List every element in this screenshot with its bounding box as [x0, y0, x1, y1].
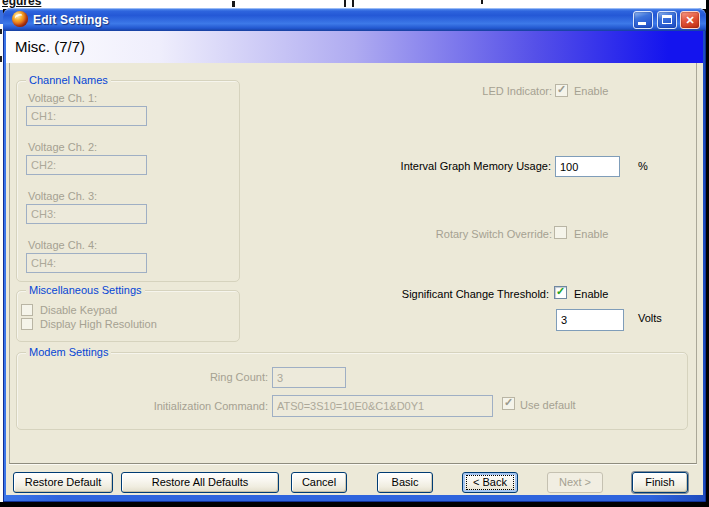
modem-settings-group: [16, 352, 688, 430]
next-button: Next >: [547, 472, 603, 493]
disable-keypad-checkbox: [21, 304, 33, 316]
modem-settings-group-title: Modem Settings: [26, 346, 111, 358]
rotary-switch-override-checkbox: [554, 226, 567, 239]
use-default-label: Use default: [520, 399, 576, 412]
titlebar[interactable]: Edit Settings ✕: [3, 8, 706, 31]
led-indicator-checkbox: ✓: [555, 84, 568, 97]
background-artifact: [352, 0, 354, 7]
basic-button[interactable]: Basic: [377, 472, 433, 493]
background-artifact: [0, 56, 2, 62]
interval-graph-memory-usage-input[interactable]: [555, 156, 620, 177]
check-icon: ✓: [556, 285, 565, 298]
initialization-command-label: Initialization Command:: [90, 400, 268, 413]
restore-all-defaults-button[interactable]: Restore All Defaults: [121, 472, 279, 493]
window-title: Edit Settings: [33, 13, 109, 27]
voltage-ch3-label: Voltage Ch. 3:: [28, 190, 97, 203]
threshold-volts-input[interactable]: [556, 309, 624, 331]
rotary-switch-override-label: Rotary Switch Override:: [402, 228, 552, 241]
initialization-command-input: [272, 395, 493, 417]
back-button[interactable]: < Back: [462, 472, 518, 493]
rotary-switch-override-enable-label: Enable: [574, 228, 608, 241]
channel-names-group-title: Channel Names: [26, 74, 111, 86]
display-high-resolution-checkbox: [21, 318, 33, 330]
check-icon: ✓: [504, 396, 513, 409]
background-artifact: [232, 1, 235, 7]
display-high-resolution-label: Display High Resolution: [40, 318, 157, 331]
percent-unit-label: %: [638, 160, 648, 173]
restore-default-button[interactable]: Restore Default: [13, 472, 113, 493]
screen: egures Edit Settings ✕ Misc. (7/7) Chann…: [0, 0, 709, 507]
interval-graph-memory-usage-label: Interval Graph Memory Usage:: [330, 160, 551, 173]
voltage-ch3-input: [26, 204, 147, 224]
close-icon: ✕: [681, 12, 699, 28]
led-indicator-enable-label: Enable: [574, 85, 608, 98]
background-artifact: [344, 0, 346, 7]
misc-settings-group-title: Miscellaneous Settings: [26, 284, 145, 296]
wizard-page-header: Misc. (7/7): [6, 31, 703, 63]
led-indicator-label: LED Indicator:: [402, 85, 552, 98]
significant-change-threshold-enable-label: Enable: [574, 288, 608, 301]
cancel-button[interactable]: Cancel: [291, 472, 347, 493]
voltage-ch1-label: Voltage Ch. 1:: [28, 92, 97, 105]
minimize-button[interactable]: [633, 11, 653, 29]
background-artifact: [481, 0, 483, 4]
significant-change-threshold-label: Significant Change Threshold:: [330, 288, 549, 301]
use-default-checkbox: ✓: [502, 397, 515, 410]
finish-button[interactable]: Finish: [632, 472, 688, 493]
voltage-ch2-label: Voltage Ch. 2:: [28, 141, 97, 154]
background-text-fragment: egures: [2, 0, 41, 8]
ring-count-label: Ring Count:: [120, 371, 268, 384]
voltage-ch2-input: [26, 155, 147, 175]
minimize-icon: [638, 22, 646, 25]
check-icon: ✓: [557, 83, 566, 96]
voltage-ch4-label: Voltage Ch. 4:: [28, 239, 97, 252]
voltage-ch4-input: [26, 253, 147, 273]
page-title: Misc. (7/7): [15, 38, 85, 55]
volts-unit-label: Volts: [638, 312, 662, 325]
background-artifact: [0, 29, 2, 34]
maximize-button[interactable]: [657, 11, 677, 29]
maximize-icon: [662, 15, 672, 24]
close-button[interactable]: ✕: [680, 11, 700, 29]
voltage-ch1-input: [26, 106, 147, 126]
significant-change-threshold-checkbox[interactable]: ✓: [554, 286, 567, 299]
ring-count-input: [272, 367, 346, 388]
disable-keypad-label: Disable Keypad: [40, 304, 117, 317]
app-icon: [12, 11, 28, 27]
screen-edge: [0, 502, 709, 507]
